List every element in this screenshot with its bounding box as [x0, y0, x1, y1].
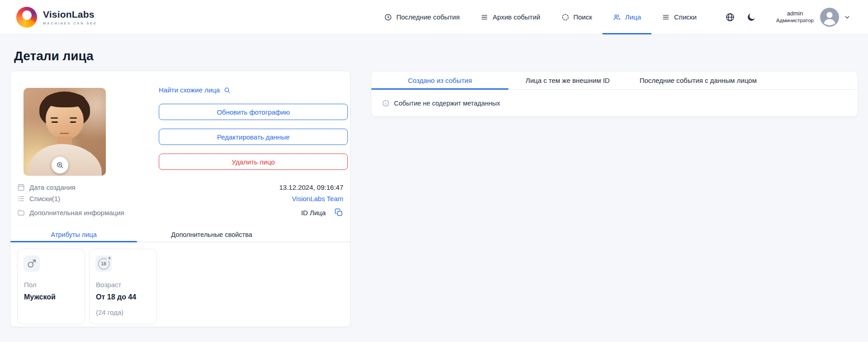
clock-icon — [384, 13, 392, 21]
face-id-label: ID Лица — [301, 209, 326, 217]
tab-created-from-event[interactable]: Создано из события — [371, 72, 508, 89]
created-date-value: 13.12.2024, 09:16:47 — [279, 183, 343, 191]
user-name: admin — [776, 10, 814, 18]
photo-zoom-button[interactable] — [52, 157, 68, 173]
age-icon-number: 18 — [101, 261, 106, 266]
face-details-card: Найти схожие лица Обновить фотографию Ре… — [10, 71, 351, 327]
theme-toggle-button[interactable] — [746, 12, 756, 22]
zoom-in-icon — [56, 161, 64, 169]
brand-logo[interactable]: VisionLabs MACHINES CAN SEE — [16, 7, 97, 28]
meta-row-created: Дата создания 13.12.2024, 09:16:47 — [17, 183, 343, 192]
photo-detail — [70, 117, 77, 119]
additional-info-label: Дополнительная информация — [29, 209, 124, 217]
edit-data-button[interactable]: Редактировать данные — [159, 129, 348, 145]
age-icon-box: 18 + — [95, 255, 112, 272]
nav-item-faces[interactable]: Лица — [602, 0, 651, 34]
attribute-card-age: 18 + Возраст От 18 до 44 (24 года) — [89, 249, 157, 324]
update-photo-button[interactable]: Обновить фотографию — [159, 104, 348, 120]
nav-label: Поиск — [574, 13, 593, 21]
events-panel-body: Событие не содержит метаданных — [371, 90, 858, 116]
gender-label: Пол — [24, 281, 37, 289]
list-lines-icon — [662, 13, 670, 21]
events-panel: Создано из события Лица с тем же внешним… — [371, 71, 858, 117]
list-lines-icon — [480, 13, 489, 21]
user-menu[interactable]: admin Администратор — [776, 10, 814, 24]
globe-icon — [725, 12, 735, 22]
copy-face-id-button[interactable] — [334, 208, 343, 217]
age-icon-plus: + — [107, 255, 112, 261]
list-link-visionlabs-team[interactable]: VisionLabs Team — [292, 195, 343, 202]
age-note: (24 года) — [96, 308, 123, 316]
face-photo — [24, 88, 106, 176]
tab-face-attributes[interactable]: Атрибуты лица — [10, 228, 137, 241]
nav-label: Списки — [674, 13, 697, 21]
photo-detail — [52, 121, 58, 123]
dashed-circle-search-icon — [561, 13, 569, 21]
users-icon — [613, 13, 621, 21]
nav-label: Последние события — [396, 13, 460, 21]
search-icon — [223, 87, 231, 94]
list-icon — [17, 194, 25, 203]
photo-detail — [60, 133, 69, 134]
face-card-tabs: Атрибуты лица Дополнительные свойства — [10, 228, 350, 242]
find-similar-label: Найти схожие лица — [159, 86, 220, 94]
tab-additional-properties[interactable]: Дополнительные свойства — [137, 228, 286, 241]
photo-fringe-shape — [44, 92, 85, 107]
nav-item-lists[interactable]: Списки — [651, 0, 707, 34]
person-icon — [820, 8, 839, 27]
brand-tagline: MACHINES CAN SEE — [43, 21, 97, 25]
find-similar-link[interactable]: Найти схожие лица — [159, 86, 231, 94]
age-value: От 18 до 44 — [96, 293, 136, 301]
tab-latest-events-with-face[interactable]: Последние события с данным лицом — [627, 72, 769, 89]
nav-item-search[interactable]: Поиск — [551, 0, 603, 34]
copy-icon — [334, 208, 343, 217]
events-panel-tabs: Создано из события Лица с тем же внешним… — [371, 72, 858, 90]
photo-detail — [51, 117, 58, 119]
moon-icon — [746, 12, 756, 22]
visionlabs-logo-icon — [16, 7, 37, 28]
brand-name: VisionLabs — [43, 9, 97, 20]
page-title: Детали лица — [14, 49, 94, 63]
tab-faces-same-external-id[interactable]: Лица с тем же внешним ID — [508, 72, 627, 89]
calendar-icon — [17, 183, 25, 192]
top-navbar: VisionLabs MACHINES CAN SEE Последние со… — [0, 0, 868, 34]
user-menu-chevron[interactable] — [844, 14, 851, 21]
gender-value: Мужской — [24, 293, 56, 301]
chevron-down-icon — [844, 14, 851, 21]
meta-row-lists: Списки(1) VisionLabs Team — [17, 194, 343, 203]
empty-metadata-message: Событие не содержит метаданных — [394, 100, 500, 107]
avatar[interactable] — [820, 8, 839, 27]
gender-icon-box — [24, 255, 40, 272]
meta-row-additional-info: Дополнительная информация ID Лица — [17, 208, 343, 217]
nav-tools — [725, 12, 756, 22]
nav-label: Лица — [625, 13, 641, 21]
language-globe-button[interactable] — [725, 12, 735, 22]
lists-label: Списки(1) — [29, 195, 60, 202]
male-icon — [26, 258, 37, 269]
user-role: Администратор — [776, 17, 814, 24]
created-date-label: Дата создания — [29, 183, 76, 191]
age-label: Возраст — [96, 281, 121, 289]
attribute-card-gender: Пол Мужской — [17, 249, 85, 324]
nav-item-events-archive[interactable]: Архив событий — [470, 0, 550, 34]
delete-face-button[interactable]: Удалить лицо — [159, 154, 348, 170]
folder-icon — [17, 208, 25, 217]
brand-text: VisionLabs MACHINES CAN SEE — [43, 9, 97, 25]
age-18-icon: 18 + — [98, 258, 109, 270]
nav-label: Архив событий — [493, 13, 540, 21]
main-nav: Последние события Архив событий Поиск Ли… — [374, 0, 707, 34]
nav-item-latest-events[interactable]: Последние события — [374, 0, 470, 34]
photo-detail — [70, 121, 76, 123]
info-icon — [382, 99, 390, 107]
